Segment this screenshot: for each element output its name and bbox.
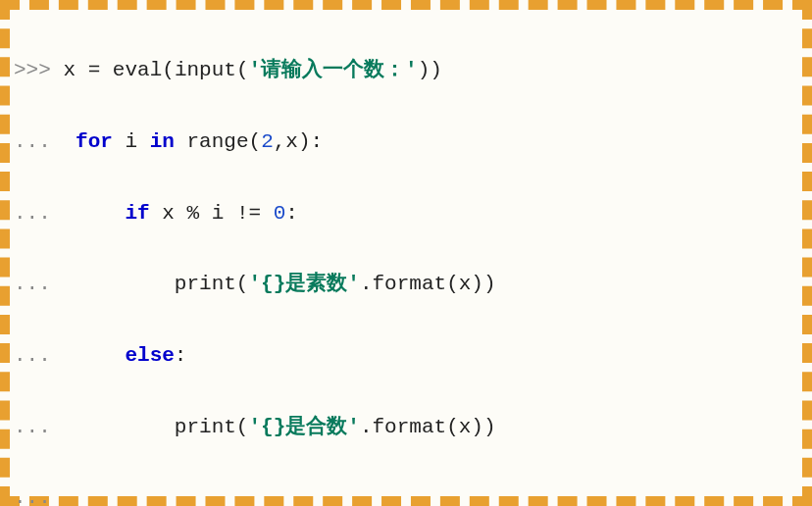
func-range: range — [187, 130, 249, 153]
paren: )) — [418, 59, 442, 81]
kw-else: else — [125, 344, 174, 367]
colon: : — [285, 202, 298, 225]
code-line-2: ... for i in range(2,x): — [14, 125, 798, 160]
paren: ( — [236, 59, 249, 81]
repl-cont: ... — [14, 273, 51, 295]
repl-cont: ... — [14, 130, 51, 153]
comma: , — [274, 130, 286, 153]
code-line-5: ... else: — [14, 338, 798, 374]
colon: : — [175, 344, 187, 367]
func-input: input — [175, 59, 236, 81]
kw-in: in — [150, 130, 175, 153]
op-neq: != — [236, 202, 261, 225]
num-2: 2 — [261, 130, 274, 153]
colon: : — [311, 130, 324, 153]
repl-cont: ... — [14, 344, 51, 367]
repl-cont: ... — [14, 486, 51, 506]
func-print: print — [175, 416, 236, 438]
var-x: x — [63, 59, 76, 81]
var-x: x — [285, 130, 298, 153]
code-line-4: ... print('{}是素数'.format(x)) — [14, 267, 798, 302]
kw-if: if — [125, 202, 149, 225]
func-print: print — [175, 273, 236, 295]
op-mod: % — [186, 202, 199, 225]
var-x: x — [459, 416, 472, 438]
code-line-1: >>> x = eval(input('请输入一个数：')) — [14, 53, 798, 88]
paren: ( — [446, 416, 459, 438]
paren: ( — [446, 273, 459, 295]
func-format: format — [373, 416, 447, 438]
string-literal: '{}是合数' — [248, 416, 359, 438]
repl-prompt: >>> — [14, 59, 51, 81]
paren: ( — [249, 130, 262, 153]
paren: )) — [471, 273, 495, 295]
paren: ( — [236, 273, 249, 295]
code-line-3: ... if x % i != 0: — [14, 196, 798, 231]
dot: . — [360, 416, 373, 438]
code-line-6: ... print('{}是合数'.format(x)) — [14, 410, 798, 445]
paren: ( — [236, 416, 249, 438]
paren: ( — [162, 59, 175, 81]
repl-cont: ... — [14, 202, 51, 225]
repl-cont: ... — [14, 416, 51, 438]
code-line-7: ... — [14, 481, 798, 506]
paren: )) — [471, 416, 495, 438]
code-block: >>> x = eval(input('请输入一个数：')) ... for i… — [14, 18, 798, 506]
kw-for: for — [76, 130, 113, 153]
paren: ) — [298, 130, 311, 153]
dot: . — [360, 273, 373, 295]
func-format: format — [373, 273, 447, 295]
var-i: i — [125, 130, 137, 153]
var-i: i — [212, 202, 225, 225]
string-literal: '{}是素数' — [248, 273, 359, 295]
func-eval: eval — [113, 59, 162, 81]
string-literal: '请输入一个数：' — [249, 59, 418, 81]
op-assign: = — [88, 59, 101, 81]
num-0: 0 — [274, 202, 286, 225]
var-x: x — [459, 273, 472, 295]
code-screenshot-frame: >>> x = eval(input('请输入一个数：')) ... for i… — [0, 0, 812, 506]
var-x: x — [162, 202, 175, 225]
